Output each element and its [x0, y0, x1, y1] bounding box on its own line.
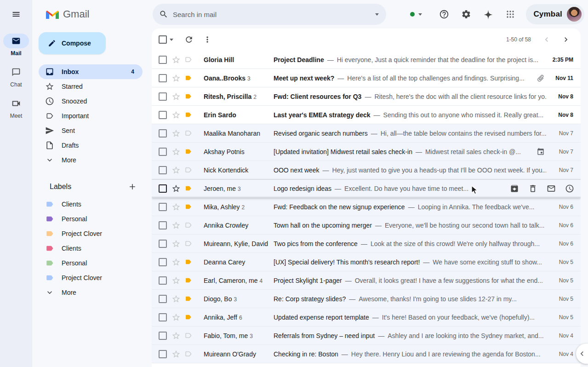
labels-more[interactable]: More: [39, 285, 143, 300]
star-icon[interactable]: [171, 221, 181, 230]
email-row[interactable]: Jeroen, me3 Logo redesign ideas — Excell…: [152, 179, 581, 198]
settings-button[interactable]: [457, 5, 475, 23]
row-checkbox[interactable]: [159, 129, 167, 138]
star-icon[interactable]: [171, 129, 181, 138]
sidebar-label-item[interactable]: Personal: [39, 212, 143, 226]
email-row[interactable]: Oana..Brooks3 Meet up next week? — Here'…: [152, 69, 581, 87]
create-label-button[interactable]: [125, 179, 140, 194]
select-all-checkbox[interactable]: [159, 35, 167, 44]
email-row[interactable]: Fabio, Tom, me3 Referrals from Sydney – …: [152, 327, 581, 345]
mark-unread-button[interactable]: [542, 179, 560, 198]
user-avatar[interactable]: [567, 7, 582, 22]
star-icon[interactable]: [171, 331, 181, 340]
star-icon[interactable]: [171, 276, 181, 285]
row-checkbox[interactable]: [159, 184, 167, 193]
more-options-button[interactable]: [198, 30, 217, 49]
row-checkbox[interactable]: [159, 313, 167, 321]
row-checkbox[interactable]: [159, 203, 167, 211]
older-page-button[interactable]: [559, 32, 573, 47]
row-checkbox[interactable]: [159, 56, 167, 64]
row-checkbox[interactable]: [159, 240, 167, 248]
importance-marker-icon[interactable]: [184, 203, 194, 211]
star-icon[interactable]: [171, 350, 181, 359]
importance-marker-icon[interactable]: [184, 111, 194, 119]
email-row[interactable]: Annika Crowley Town hall on the upcoming…: [152, 216, 581, 235]
star-icon[interactable]: [171, 258, 181, 267]
search-bar[interactable]: [153, 4, 386, 25]
importance-marker-icon[interactable]: [184, 258, 194, 266]
star-icon[interactable]: [171, 239, 181, 248]
row-checkbox[interactable]: [159, 350, 167, 358]
sidebar-item-more[interactable]: More: [39, 153, 143, 167]
row-checkbox[interactable]: [159, 166, 167, 174]
row-checkbox[interactable]: [159, 111, 167, 119]
email-row[interactable]: Diogo, Bo3 Re: Corp strategy slides? — A…: [152, 290, 581, 308]
importance-marker-icon[interactable]: [184, 166, 194, 174]
sidebar-label-item[interactable]: Clients: [39, 197, 143, 212]
rail-item-chat[interactable]: Chat: [3, 65, 29, 88]
email-row[interactable]: Erin Sardo Last year's EMEA strategy dec…: [152, 106, 581, 124]
star-icon[interactable]: [171, 74, 181, 83]
star-icon[interactable]: [171, 166, 181, 175]
email-row[interactable]: Muireann, Kylie, David Two pics from the…: [152, 235, 581, 253]
star-icon[interactable]: [171, 55, 181, 64]
email-row[interactable]: Maalika Manoharan Revised organic search…: [152, 124, 581, 143]
email-row[interactable]: Gloria Hill Project Deadline — Hi everyo…: [152, 51, 581, 69]
row-checkbox[interactable]: [159, 148, 167, 156]
select-options-caret-icon[interactable]: [170, 39, 173, 41]
importance-marker-icon[interactable]: [184, 295, 194, 303]
star-icon[interactable]: [171, 92, 181, 101]
importance-marker-icon[interactable]: [184, 350, 194, 358]
row-checkbox[interactable]: [159, 276, 167, 285]
sidebar-label-item[interactable]: Personal: [39, 256, 143, 270]
star-icon[interactable]: [171, 110, 181, 120]
importance-marker-icon[interactable]: [184, 276, 194, 284]
snooze-button[interactable]: [560, 179, 579, 198]
account-pill[interactable]: Cymbal: [526, 4, 584, 24]
sidebar-item-snoozed[interactable]: Snoozed: [39, 94, 143, 109]
email-row[interactable]: Annika, Jeff6 Updated expense report tem…: [152, 308, 581, 327]
archive-button[interactable]: [505, 179, 524, 198]
email-row[interactable]: Ritesh, Priscilla2 Fwd: Client resources…: [152, 87, 581, 106]
sidebar-item-inbox[interactable]: Inbox 4: [39, 64, 143, 79]
importance-marker-icon[interactable]: [184, 332, 194, 339]
gemini-button[interactable]: [479, 5, 497, 23]
rail-item-mail[interactable]: Mail: [3, 34, 29, 57]
email-row[interactable]: Deanna Carey [UX] Special delivery! This…: [152, 253, 581, 271]
sidebar-label-item[interactable]: Project Clover: [39, 226, 143, 241]
delete-button[interactable]: [524, 179, 542, 198]
main-menu-button[interactable]: [5, 3, 27, 25]
importance-marker-icon[interactable]: [184, 74, 194, 82]
row-checkbox[interactable]: [159, 74, 167, 82]
compose-button[interactable]: Compose: [39, 32, 106, 54]
star-icon[interactable]: [171, 294, 181, 304]
star-icon[interactable]: [171, 202, 181, 212]
star-icon[interactable]: [171, 184, 181, 193]
sidebar-item-important[interactable]: Important: [39, 109, 143, 123]
search-input[interactable]: [173, 11, 375, 18]
email-row[interactable]: Mika, Ashley2 Fwd: Feedback on the new s…: [152, 198, 581, 216]
sidebar-item-starred[interactable]: Starred: [39, 79, 143, 94]
star-icon[interactable]: [171, 313, 181, 322]
sidebar-item-drafts[interactable]: Drafts: [39, 138, 143, 153]
refresh-button[interactable]: [180, 30, 198, 49]
row-checkbox[interactable]: [159, 295, 167, 303]
presence-status[interactable]: [410, 12, 422, 17]
apps-grid-button[interactable]: [501, 5, 519, 23]
email-row[interactable]: Muireann O'Grady Checking in re: Boston …: [152, 345, 581, 363]
email-row[interactable]: Earl, Cameron, me4 Project Skylight 1-pa…: [152, 271, 581, 290]
importance-marker-icon[interactable]: [184, 56, 194, 63]
importance-marker-icon[interactable]: [184, 240, 194, 247]
importance-marker-icon[interactable]: [184, 221, 194, 229]
importance-marker-icon[interactable]: [184, 92, 194, 100]
row-checkbox[interactable]: [159, 332, 167, 340]
star-icon[interactable]: [171, 147, 181, 156]
sidebar-item-sent[interactable]: Sent: [39, 123, 143, 138]
sidebar-label-item[interactable]: Project Clover: [39, 270, 143, 285]
importance-marker-icon[interactable]: [184, 313, 194, 321]
search-options-caret-icon[interactable]: [375, 13, 379, 16]
row-checkbox[interactable]: [159, 221, 167, 229]
row-checkbox[interactable]: [159, 258, 167, 266]
importance-marker-icon[interactable]: [184, 184, 194, 192]
email-row[interactable]: Nick Kortendick OOO next week — Hey, jus…: [152, 161, 581, 179]
